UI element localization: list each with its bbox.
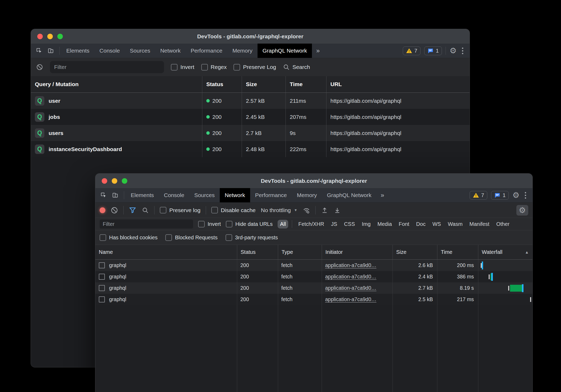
graphql-request-row[interactable]: Qjobs2002.45 kB207mshttps://gitlab.com/a… [31,109,470,125]
tab-memory[interactable]: Memory [292,188,322,202]
network-settings-button[interactable]: ⚙ [516,205,528,216]
filter-funnel-icon[interactable] [129,207,136,214]
column-header-time[interactable]: Time [437,245,478,259]
type-filter-wasm[interactable]: Wasm [445,220,465,228]
warnings-badge[interactable]: 7 [470,191,487,200]
request-checkbox[interactable] [99,274,105,280]
tab-elements[interactable]: Elements [61,44,95,58]
network-request-row[interactable]: graphql200fetchapplication-a7ca9d0…2.5 k… [95,294,532,305]
type-filter-css[interactable]: CSS [342,220,357,228]
invert-checkbox[interactable]: Invert [171,64,194,71]
checkbox[interactable] [165,234,172,241]
initiator-link[interactable]: application-a7ca9d0… [325,274,376,280]
tab-network[interactable]: Network [155,44,186,58]
type-filter-other[interactable]: Other [494,220,512,228]
more-options-icon[interactable] [523,192,528,199]
invert-checkbox[interactable]: Invert [198,221,221,227]
tab-memory[interactable]: Memory [227,44,258,58]
graphql-request-row[interactable]: Qusers2002.7 kB9shttps://gitlab.com/api/… [31,125,470,141]
graphql-request-row[interactable]: Quser2002.57 kB211mshttps://gitlab.com/a… [31,93,470,109]
clear-icon[interactable] [36,64,43,71]
tab-graphql-network[interactable]: GraphQL Network [258,44,312,58]
column-header-initiator[interactable]: Initiator [322,245,392,259]
request-checkbox[interactable] [99,296,105,302]
tab-graphql-network[interactable]: GraphQL Network [322,188,376,202]
checkbox[interactable] [233,64,240,71]
type-filter-doc[interactable]: Doc [414,220,428,228]
checkbox[interactable] [226,234,232,241]
inspect-element-icon[interactable] [100,192,107,199]
network-conditions-icon[interactable] [303,207,310,214]
record-network-log-button[interactable] [100,207,105,213]
column-header-size[interactable]: Size [392,245,437,259]
settings-gear-icon[interactable]: ⚙ [450,47,457,55]
initiator-link[interactable]: application-a7ca9d0… [325,296,376,302]
tab-elements[interactable]: Elements [126,188,159,202]
initiator-link[interactable]: application-a7ca9d0… [325,262,376,268]
zoom-window-button[interactable] [57,34,63,39]
device-toolbar-icon[interactable] [47,47,54,54]
type-filter-fetch-xhr[interactable]: Fetch/XHR [296,220,326,228]
network-request-row[interactable]: graphql200fetchapplication-a7ca9d0…2.6 k… [95,260,532,271]
clear-network-log-icon[interactable] [111,207,118,214]
column-header-type[interactable]: Type [278,245,322,259]
filter-input[interactable] [50,61,164,73]
close-window-button[interactable] [37,34,43,39]
type-filter-ws[interactable]: WS [430,220,443,228]
column-header-waterfall[interactable]: Waterfall ▲ [478,245,532,259]
throttling-dropdown[interactable]: No throttling ▼ [261,207,297,213]
preserve-log-checkbox[interactable]: Preserve log [160,207,200,213]
blocked-requests-checkbox[interactable]: Blocked Requests [165,234,217,241]
checkbox[interactable] [201,64,208,71]
network-request-row[interactable]: graphql200fetchapplication-a7ca9d0…2.7 k… [95,282,532,294]
tab-network[interactable]: Network [220,188,250,202]
zoom-window-button[interactable] [122,178,127,184]
column-header-status[interactable]: Status [202,76,242,92]
type-filter-js[interactable]: JS [329,220,339,228]
title-bar[interactable]: DevTools - gitlab.com/-/graphql-explorer [95,174,532,188]
checkbox[interactable] [171,64,177,71]
type-filter-media[interactable]: Media [375,220,394,228]
title-bar[interactable]: DevTools - gitlab.com/-/graphql-explorer [31,29,470,44]
filter-input[interactable] [100,220,193,228]
column-header-name[interactable]: Name [95,245,237,259]
preserve-log-checkbox[interactable]: Preserve Log [233,64,276,71]
close-window-button[interactable] [102,178,107,184]
checkbox[interactable] [198,221,205,227]
minimize-window-button[interactable] [47,34,53,39]
tab-console[interactable]: Console [159,188,189,202]
checkbox[interactable] [211,207,218,213]
more-options-icon[interactable] [460,48,465,54]
import-har-icon[interactable] [321,207,328,214]
checkbox[interactable] [100,234,106,241]
checkbox[interactable] [160,207,166,213]
messages-badge[interactable]: 1 [491,191,509,200]
request-checkbox[interactable] [99,262,105,268]
tab-console[interactable]: Console [95,44,125,58]
column-header-query-mutation[interactable]: Query / Mutation [31,76,202,92]
checkbox[interactable] [226,221,232,227]
graphql-request-row[interactable]: QinstanceSecurityDashboard2002.48 kB222m… [31,141,470,157]
export-har-icon[interactable] [334,207,341,214]
more-tabs-chevron-icon[interactable]: » [376,188,388,202]
column-header-time[interactable]: Time [286,76,326,92]
hide-data-urls-checkbox[interactable]: Hide data URLs [226,221,273,227]
type-filter-all[interactable]: All [278,220,288,228]
type-filter-img[interactable]: Img [359,220,373,228]
tab-performance[interactable]: Performance [186,44,227,58]
tab-performance[interactable]: Performance [250,188,292,202]
3rd-party-requests-checkbox[interactable]: 3rd-party requests [226,234,278,241]
device-toolbar-icon[interactable] [112,192,119,199]
has-blocked-cookies-checkbox[interactable]: Has blocked cookies [100,234,157,241]
network-request-row[interactable]: graphql200fetchapplication-a7ca9d0…2.4 k… [95,271,532,282]
type-filter-manifest[interactable]: Manifest [467,220,492,228]
request-checkbox[interactable] [99,285,105,291]
tab-sources[interactable]: Sources [189,188,220,202]
type-filter-font[interactable]: Font [396,220,412,228]
inspect-element-icon[interactable] [36,47,43,54]
regex-checkbox[interactable]: Regex [201,64,227,71]
disable-cache-checkbox[interactable]: Disable cache [211,207,256,213]
warnings-badge[interactable]: 7 [403,46,420,55]
search-toggle[interactable]: Search [283,64,310,71]
column-header-status[interactable]: Status [237,245,278,259]
